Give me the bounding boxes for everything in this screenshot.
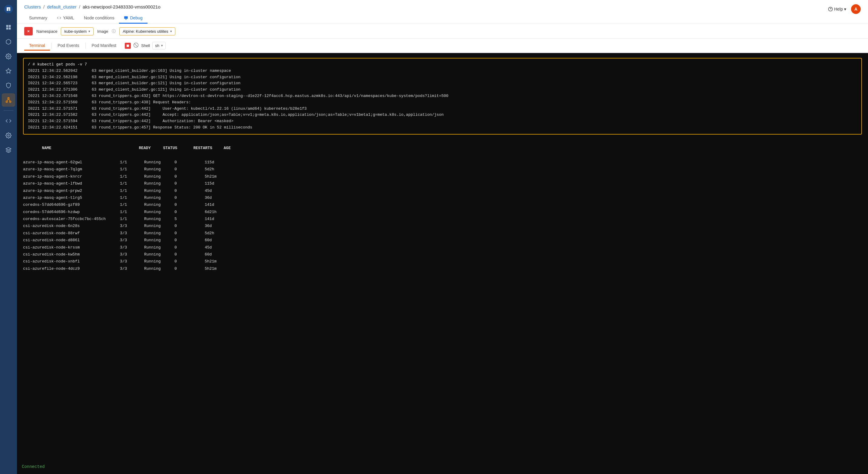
sidebar-item-config[interactable] xyxy=(2,129,15,142)
log-line-1: I0221 12:34:22.562198 63 merged_client_b… xyxy=(28,74,857,81)
shell-label: Shell xyxy=(141,43,150,48)
breadcrumb-sep-2: / xyxy=(79,4,80,9)
debug-toolbar: Namespace kube-system ▾ Image ⓘ Alpine: … xyxy=(17,24,868,39)
sidebar-divider-1 xyxy=(4,110,13,111)
namespace-selector[interactable]: kube-system ▾ xyxy=(61,27,94,35)
connection-status: Connected xyxy=(22,464,45,469)
table-row-0: azure-ip-masq-agent-62gwl1/1Running0115d xyxy=(23,159,862,166)
terminal-log-lines: I0221 12:34:22.562042 63 merged_client_b… xyxy=(28,68,857,131)
table-row-15: csi-azurefile-node-4dcz93/3Running05h21m xyxy=(23,265,862,272)
table-row-13: csi-azuredisk-node-kw5hm3/3Running060d xyxy=(23,251,862,258)
svg-rect-15 xyxy=(124,17,128,19)
log-line-4: I0221 12:34:22.571548 63 round_trippers.… xyxy=(28,93,857,99)
terminal-command-line: / # kubectl get pods -v 7 xyxy=(28,61,857,68)
terminal-stop-button[interactable] xyxy=(125,43,131,49)
namespace-chevron-icon: ▾ xyxy=(88,29,90,33)
table-row-11: csi-azuredisk-node-d886l3/3Running060d xyxy=(23,237,862,244)
image-info-icon[interactable]: ⓘ xyxy=(112,29,116,34)
yaml-icon xyxy=(57,16,61,20)
table-row-7: coredns-57dd64d696-hzdwp1/1Running06d21h xyxy=(23,208,862,215)
table-data-rows: azure-ip-masq-agent-62gwl1/1Running0115d… xyxy=(23,159,862,272)
debug-icon xyxy=(124,16,128,20)
tab-yaml[interactable]: YAML xyxy=(52,13,79,24)
table-row-5: azure-ip-masq-agent-tlrg51/1Running036d xyxy=(23,194,862,201)
svg-point-8 xyxy=(9,101,11,102)
app-logo[interactable] xyxy=(3,4,14,14)
sidebar-item-deploy[interactable] xyxy=(2,64,15,78)
svg-rect-1 xyxy=(6,25,8,27)
sidebar-item-nodes[interactable] xyxy=(2,93,15,107)
table-row-3: azure-ip-masq-agent-lfbwd1/1Running0115d xyxy=(23,180,862,187)
tab-summary[interactable]: Summary xyxy=(24,13,52,24)
table-header-row: NAMEREADYSTATUSRESTARTSAGE xyxy=(23,138,862,159)
table-row-4: azure-ip-masq-agent-prpw21/1Running045d xyxy=(23,187,862,194)
sidebar-item-settings[interactable] xyxy=(2,50,15,63)
log-line-2: I0221 12:34:22.565723 63 merged_client_b… xyxy=(28,80,857,87)
table-row-8: coredns-autoscaler-75fccbc7bc-455ch1/1Ru… xyxy=(23,215,862,223)
help-icon xyxy=(828,7,833,11)
log-line-8: I0221 12:34:22.571594 63 round_trippers.… xyxy=(28,118,857,124)
svg-point-11 xyxy=(8,135,9,137)
table-row-9: csi-azuredisk-node-6n28s3/3Running036d xyxy=(23,223,862,230)
sub-tab-terminal[interactable]: Terminal xyxy=(24,41,50,51)
col-name-header: NAME xyxy=(42,145,139,151)
svg-line-9 xyxy=(7,99,8,101)
breadcrumb-sep-1: / xyxy=(43,4,44,9)
svg-rect-20 xyxy=(127,45,129,47)
namespace-value: kube-system xyxy=(64,29,87,34)
log-line-3: I0221 12:34:22.571306 63 merged_client_b… xyxy=(28,87,857,93)
header-actions: Help ▾ A xyxy=(828,4,861,14)
terminal-clear-button[interactable] xyxy=(133,42,139,49)
tab-debug[interactable]: Debug xyxy=(119,13,147,24)
stop-square-icon xyxy=(126,44,129,47)
svg-line-22 xyxy=(134,43,138,47)
sub-tab-pod-manifest[interactable]: Pod Manifest xyxy=(87,41,121,51)
namespace-label: Namespace xyxy=(36,29,57,34)
sidebar-item-workloads[interactable] xyxy=(2,35,15,49)
tab-node-conditions[interactable]: Node conditions xyxy=(79,13,119,24)
sidebar xyxy=(0,0,17,474)
sidebar-item-layers[interactable] xyxy=(2,143,15,157)
ban-icon xyxy=(133,42,139,48)
svg-point-7 xyxy=(6,101,7,102)
log-line-7: I0221 12:34:22.571582 63 round_trippers.… xyxy=(28,112,857,118)
table-row-10: csi-azuredisk-node-88rwf3/3Running05d2h xyxy=(23,230,862,237)
shell-value: sh xyxy=(155,43,159,48)
svg-marker-12 xyxy=(6,148,11,150)
image-label: Image xyxy=(97,29,108,34)
breadcrumb-clusters[interactable]: Clusters xyxy=(24,4,41,9)
sidebar-item-security[interactable] xyxy=(2,79,15,92)
col-ready-header: READY xyxy=(139,145,163,151)
breadcrumb-node: aks-newcipool-23483330-vmss00021o xyxy=(83,4,160,9)
svg-rect-3 xyxy=(6,28,8,30)
sub-tab-divider-2 xyxy=(85,43,86,49)
svg-rect-4 xyxy=(9,28,11,30)
image-selector[interactable]: Alpine: Kubernetes utilites ▾ xyxy=(119,27,175,35)
table-row-14: csi-azuredisk-node-xnbfl3/3Running05h21m xyxy=(23,258,862,265)
help-button[interactable]: Help ▾ xyxy=(828,7,846,11)
svg-point-6 xyxy=(8,97,9,99)
log-line-5: I0221 12:34:22.571560 63 round_trippers.… xyxy=(28,99,857,106)
table-row-12: csi-azuredisk-node-krssm3/3Running045d xyxy=(23,244,862,251)
log-line-9: I0221 12:34:22.624151 63 round_trippers.… xyxy=(28,124,857,131)
log-line-0: I0221 12:34:22.562042 63 merged_client_b… xyxy=(28,68,857,74)
sub-tab-pod-events[interactable]: Pod Events xyxy=(53,41,84,51)
terminal-output[interactable]: / # kubectl get pods -v 7 I0221 12:34:22… xyxy=(17,53,868,474)
user-avatar[interactable]: A xyxy=(851,4,861,14)
sub-tab-divider-1 xyxy=(51,43,52,49)
stop-button[interactable] xyxy=(24,27,33,35)
image-chevron-icon: ▾ xyxy=(170,29,172,33)
sidebar-item-code[interactable] xyxy=(2,114,15,127)
col-status-header: STATUS xyxy=(163,145,193,151)
shell-selector[interactable]: sh ▾ xyxy=(152,42,166,50)
help-chevron-icon: ▾ xyxy=(844,7,846,11)
log-line-6: I0221 12:34:22.571571 63 round_trippers.… xyxy=(28,106,857,112)
image-value: Alpine: Kubernetes utilites xyxy=(123,29,168,34)
x-icon xyxy=(27,29,30,33)
svg-point-5 xyxy=(8,56,9,57)
breadcrumb-cluster[interactable]: default_cluster xyxy=(47,4,76,9)
sub-toolbar: Terminal Pod Events Pod Manifest Shell s… xyxy=(17,39,868,53)
sidebar-item-dashboard[interactable] xyxy=(2,21,15,34)
help-label: Help xyxy=(834,7,843,11)
shell-chevron-icon: ▾ xyxy=(161,43,163,48)
